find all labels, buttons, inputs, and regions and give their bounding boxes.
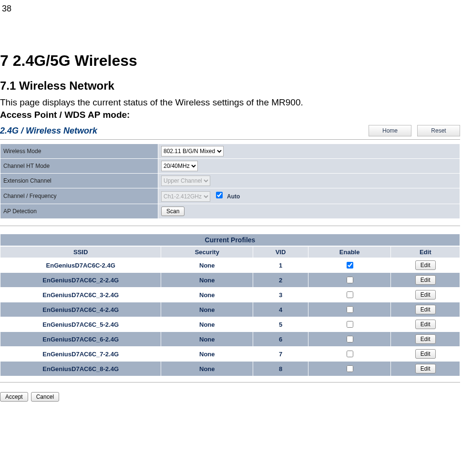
edit-cell: Edit [391,317,460,332]
edit-cell: Edit [391,273,460,288]
divider [0,139,460,140]
vid-cell: 8 [253,362,308,376]
setting-select: Upper Channel [161,176,210,186]
table-row: EnGeniusD7AC6C_2-2.4GNone2Edit [0,273,460,288]
table-row: EnGeniusD7AC6C_7-2.4GNone7Edit [0,347,460,362]
enable-cell [308,258,391,273]
edit-button[interactable]: Edit [415,275,436,285]
setting-select[interactable]: 20/40MHz [161,161,198,171]
edit-button[interactable]: Edit [415,349,436,359]
edit-button[interactable]: Edit [415,305,436,314]
edit-cell: Edit [391,362,460,376]
enable-checkbox[interactable] [347,336,353,342]
security-cell: None [161,258,253,273]
col-ssid: SSID [0,247,161,258]
table-row: EnGeniusD7AC6C_5-2.4GNone5Edit [0,317,460,332]
col-vid: VID [253,247,308,258]
section-description: This page displays the current status of… [0,97,472,108]
vid-cell: 5 [253,317,308,332]
security-cell: None [161,332,253,347]
ssid-cell: EnGeniusD7AC6C_5-2.4G [0,317,161,332]
security-cell: None [161,362,253,376]
section-heading: 7.1 Wireless Network [0,79,472,93]
panel-title: 2.4G / Wireless Network [0,126,97,136]
enable-checkbox[interactable] [347,321,353,328]
enable-checkbox[interactable] [347,262,353,269]
security-cell: None [161,302,253,317]
security-cell: None [161,347,253,362]
divider [0,382,460,383]
setting-value-cell: Upper Channel [158,174,460,188]
vid-cell: 4 [253,302,308,317]
col-edit: Edit [391,247,460,258]
setting-value-cell: 20/40MHz [158,159,460,174]
reset-button[interactable]: Reset [417,125,460,136]
ssid-cell: EnGeniusD7AC6C_6-2.4G [0,332,161,347]
edit-cell: Edit [391,347,460,362]
page-number: 38 [0,0,472,14]
edit-cell: Edit [391,288,460,302]
setting-label: Wireless Mode [0,144,158,159]
security-cell: None [161,317,253,332]
setting-select: Ch1-2.412GHz [161,191,210,202]
enable-checkbox[interactable] [347,277,353,283]
edit-button[interactable]: Edit [415,260,436,270]
enable-cell [308,273,391,288]
ssid-cell: EnGeniusD7AC6C_4-2.4G [0,302,161,317]
edit-cell: Edit [391,258,460,273]
accept-button[interactable]: Accept [0,392,28,402]
table-row: EnGeniusD7AC6C_6-2.4GNone6Edit [0,332,460,347]
enable-cell [308,288,391,302]
setting-label: Extension Channel [0,174,158,188]
col-enable: Enable [308,247,391,258]
ssid-cell: EnGeniusD7AC6C_2-2.4G [0,273,161,288]
enable-cell [308,332,391,347]
setting-select[interactable]: 802.11 B/G/N Mixed [161,146,224,156]
settings-table: Wireless Mode802.11 B/G/N MixedChannel H… [0,144,460,219]
auto-checkbox[interactable] [216,192,223,198]
enable-checkbox[interactable] [347,365,353,372]
edit-button[interactable]: Edit [415,334,436,344]
setting-label: AP Detection [0,204,158,219]
enable-cell [308,317,391,332]
divider [0,226,460,226]
mode-label: Access Point / WDS AP mode: [0,110,472,120]
table-row: EnGeniusD7AC6C-2.4GNone1Edit [0,258,460,273]
vid-cell: 2 [253,273,308,288]
profiles-table: SSID Security VID Enable Edit EnGeniusD7… [0,246,460,376]
table-row: EnGeniusD7AC6C_3-2.4GNone3Edit [0,288,460,302]
enable-checkbox[interactable] [347,351,353,357]
profiles-header: Current Profiles [0,234,460,246]
setting-value-cell: 802.11 B/G/N Mixed [158,144,460,159]
edit-cell: Edit [391,302,460,317]
security-cell: None [161,288,253,302]
edit-button[interactable]: Edit [415,320,436,329]
ssid-cell: EnGeniusD7AC6C_7-2.4G [0,347,161,362]
table-row: EnGeniusD7AC6C_4-2.4GNone4Edit [0,302,460,317]
vid-cell: 6 [253,332,308,347]
enable-cell [308,347,391,362]
table-row: EnGeniusD7AC6C_8-2.4GNone8Edit [0,362,460,376]
enable-cell [308,302,391,317]
scan-button[interactable]: Scan [161,207,185,216]
enable-checkbox[interactable] [347,306,353,313]
home-button[interactable]: Home [369,125,411,136]
vid-cell: 1 [253,258,308,273]
ssid-cell: EnGeniusD7AC6C_3-2.4G [0,288,161,302]
edit-button[interactable]: Edit [415,364,436,373]
cancel-button[interactable]: Cancel [31,392,59,402]
setting-label: Channel HT Mode [0,159,158,174]
ssid-cell: EnGeniusD7AC6C-2.4G [0,258,161,273]
security-cell: None [161,273,253,288]
col-security: Security [161,247,253,258]
vid-cell: 7 [253,347,308,362]
enable-checkbox[interactable] [347,291,353,298]
ssid-cell: EnGeniusD7AC6C_8-2.4G [0,362,161,376]
setting-label: Channel / Frequency [0,188,158,204]
auto-label: Auto [227,193,240,200]
vid-cell: 3 [253,288,308,302]
chapter-heading: 7 2.4G/5G Wireless [0,52,472,70]
edit-button[interactable]: Edit [415,290,436,300]
setting-value-cell: Ch1-2.412GHzAuto [158,188,460,204]
setting-value-cell: Scan [158,204,460,219]
